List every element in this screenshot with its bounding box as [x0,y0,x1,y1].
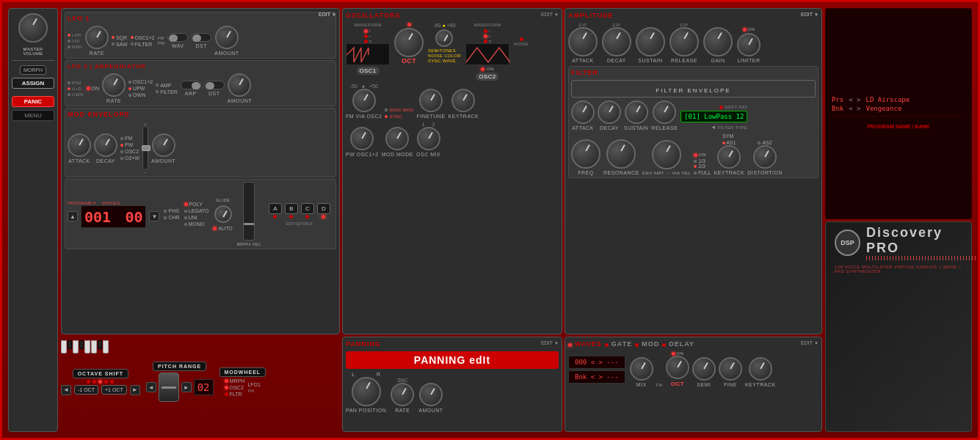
key-c-button[interactable]: C [301,203,314,214]
mw-osc2[interactable]: OSC2 [225,385,245,390]
panic-button[interactable]: PANIC [12,96,54,107]
pan-rate-knob[interactable] [391,383,414,406]
mode-poly[interactable]: POLY [184,202,209,207]
mod-env-decay-knob[interactable] [94,133,117,157]
osc-edit[interactable]: EDIT [541,12,559,17]
lfo2-wf-own[interactable]: OWN [68,92,84,97]
key-6[interactable] [91,340,97,353]
mode-uni[interactable]: UNI [184,215,209,220]
lfo1-amount-knob[interactable] [215,26,239,49]
key-b-button[interactable]: B [285,203,298,214]
full-opt[interactable]: FULL [694,170,711,175]
pitch-wheel[interactable] [159,373,179,402]
key-7[interactable] [98,340,102,349]
keytrack-knob[interactable] [451,89,475,112]
oct-right-arrow[interactable]: ► [130,385,140,395]
waves-oct-knob[interactable] [666,356,689,379]
freq-knob[interactable] [571,139,600,169]
prs-arrows[interactable]: < > [849,96,860,103]
oct-plus-button[interactable]: +1 OCT [101,385,127,395]
mod-env-amount-knob[interactable] [152,133,175,157]
waves-fine-knob[interactable] [719,357,742,381]
fm-via-osc2-knob[interactable] [352,89,376,112]
key-d-button[interactable]: D [317,203,330,214]
panning-edit[interactable]: EDIT [541,340,559,345]
filter-type-arrow[interactable]: ◄ FILTER TYPE [711,124,748,131]
prog-up-arrow[interactable]: ▲ [68,211,78,221]
mod-env-slider[interactable] [142,126,148,170]
pitch-left-arrow[interactable]: ◄ [146,382,156,392]
mw-fltr[interactable]: FLTR [225,392,245,397]
assign-button[interactable]: ASSIGN [12,78,54,89]
lfo2-rate-knob[interactable] [102,73,126,97]
bnk-arrows[interactable]: < > [849,105,860,112]
lfo1-wf-lpr[interactable]: LPR [68,33,82,37]
key-1[interactable] [61,340,67,353]
mod-env-attack-knob[interactable] [68,133,91,157]
menu-button[interactable]: MENU [12,110,54,121]
mw-mrph[interactable]: MRPH [225,378,245,384]
key-4[interactable] [79,340,84,349]
mode-legato[interactable]: LEGATO [184,208,209,213]
waves-mix-knob[interactable] [630,357,653,381]
sync-option[interactable]: SYNC [385,114,413,119]
key-2[interactable] [68,340,72,349]
finetune-knob[interactable] [419,89,443,112]
osc-oct-knob[interactable] [394,28,424,57]
waves-edit[interactable]: EDIT [801,340,819,345]
ring-mod-option[interactable]: RING MOD [385,108,413,112]
lfo2-wf-ud[interactable]: U+D [68,87,84,91]
amp-gain-knob[interactable] [703,27,733,56]
mode-chr[interactable]: CHR [164,215,179,220]
amp-decay-knob[interactable] [602,27,631,56]
mode-phs[interactable]: PHS [164,208,179,213]
amp-attack-knob[interactable] [568,27,598,56]
filter-release-knob[interactable] [653,100,676,124]
key-a-button[interactable]: A [269,203,282,214]
mod-env-edit[interactable]: EDIT [319,12,336,17]
lfo1-wav-toggle[interactable] [167,33,188,42]
mode-mono[interactable]: MONO [184,221,209,227]
lfo1-rate-knob[interactable] [85,26,109,49]
osc-mix-label: OSC MIX [416,152,440,157]
filter-attack-knob[interactable] [571,100,595,124]
glide-knob[interactable] [214,205,232,223]
resonance-knob[interactable] [606,139,636,169]
lfo1-dst-toggle[interactable] [191,33,211,42]
waves-keytrack-knob[interactable] [749,357,772,381]
pitch-right-arrow[interactable]: ► [181,382,192,392]
lfo2-dst-toggle[interactable] [204,81,225,89]
osc-mix-knob[interactable] [417,127,440,150]
filter-edit[interactable]: EDIT [801,12,819,17]
amp-limiter-knob[interactable] [737,33,761,56]
filter-sustain-knob[interactable] [625,100,648,124]
keytrack2-knob[interactable] [717,145,741,169]
lfo2-dst-group: DST [204,81,225,96]
env-amt-knob[interactable] [652,140,681,169]
mrph-vel-slider[interactable] [243,182,255,241]
auto-mode[interactable]: AUTO [213,226,232,231]
amp-release-knob[interactable] [669,27,699,56]
pan-position-knob[interactable] [352,377,381,406]
key-5[interactable] [84,340,90,353]
lfo2-arp-toggle[interactable] [181,81,201,89]
mod-mode-knob[interactable] [385,127,409,150]
key-3[interactable] [73,340,79,353]
pan-amount-knob[interactable] [419,383,443,406]
lfo1-wf-tri[interactable]: TRI [68,39,82,43]
amp-sustain-knob[interactable] [636,27,665,56]
oct-minus-button[interactable]: -1 OCT [74,385,98,395]
filter-decay-knob[interactable] [598,100,621,124]
prog-down-arrow[interactable]: ▼ [149,211,159,221]
filter-sustain-label: SUSTAIN [624,125,648,131]
lfo2-amount-knob[interactable] [228,73,251,97]
distortion-knob[interactable] [753,145,777,169]
master-volume-knob[interactable] [18,13,48,43]
pw-knob[interactable] [350,127,374,150]
waves-semi-knob[interactable] [692,357,716,381]
lfo2-wf-rn2[interactable]: RN2 [68,81,84,85]
oct-left-arrow[interactable]: ◄ [61,385,71,395]
key-8[interactable] [103,340,109,353]
semitones-knob[interactable] [435,29,453,47]
lfo1-wf-rnd[interactable]: RND [68,45,82,49]
